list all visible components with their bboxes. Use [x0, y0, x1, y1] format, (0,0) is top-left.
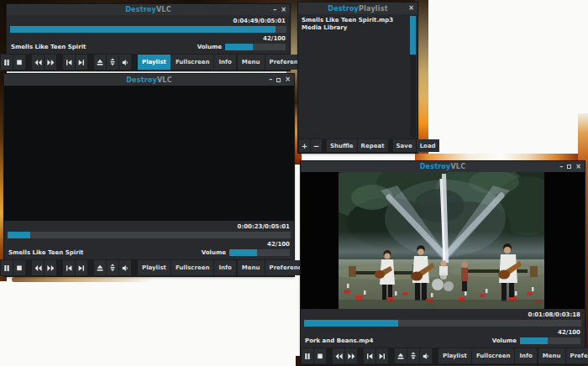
- scrollbar-thumb[interactable]: [410, 16, 416, 55]
- scrub-button[interactable]: [407, 348, 419, 363]
- window-title: DestroyVLC: [420, 163, 465, 170]
- video-area: [301, 172, 585, 309]
- eject-button[interactable]: [94, 55, 106, 70]
- time-display: 0:01:08/0:03:18: [304, 309, 581, 320]
- menu-button[interactable]: Menu: [238, 55, 265, 70]
- add-item-button[interactable]: +: [299, 139, 310, 152]
- stop-button[interactable]: [13, 55, 25, 70]
- rewind-button[interactable]: [32, 260, 44, 275]
- minimize-button[interactable]: –: [559, 164, 563, 170]
- fast-forward-button[interactable]: [45, 55, 56, 70]
- seek-bar[interactable]: [304, 320, 581, 327]
- close-button[interactable]: ×: [575, 164, 581, 170]
- playlist-item[interactable]: Smells Like Teen Spirit.mp3: [302, 17, 406, 24]
- maximize-button[interactable]: [276, 78, 281, 82]
- next-button[interactable]: [376, 348, 388, 363]
- volume-mute-button[interactable]: [119, 55, 131, 70]
- preferences-button[interactable]: Preferences: [566, 348, 588, 363]
- volume-slider[interactable]: [225, 44, 286, 50]
- next-button[interactable]: [76, 55, 87, 70]
- repeat-button[interactable]: Repeat: [358, 139, 388, 152]
- eject-button[interactable]: [94, 260, 106, 275]
- scrub-button[interactable]: [107, 260, 118, 275]
- volume-slider[interactable]: [520, 337, 580, 344]
- scrub-icon: [410, 352, 417, 360]
- volume-label: Volume: [197, 44, 222, 50]
- titlebar[interactable]: DestroyVLC – ×: [4, 74, 294, 86]
- remove-item-button[interactable]: −: [311, 139, 322, 152]
- playlist-button[interactable]: Playlist: [438, 348, 471, 363]
- rewind-icon: [34, 59, 42, 66]
- speaker-icon: [122, 59, 129, 66]
- playlist-button[interactable]: Playlist: [138, 260, 171, 275]
- eject-button[interactable]: [395, 348, 407, 363]
- speaker-icon: [423, 353, 430, 360]
- fast-forward-button[interactable]: [345, 348, 357, 363]
- eject-icon: [97, 59, 103, 66]
- save-button[interactable]: Save: [393, 139, 416, 152]
- titlebar[interactable]: DestroyPlaylist ×: [298, 3, 417, 14]
- stop-button[interactable]: [13, 260, 25, 275]
- seek-bar-fill: [304, 320, 398, 327]
- playlist-button[interactable]: Playlist: [138, 55, 171, 70]
- scrub-icon: [109, 58, 116, 66]
- titlebar[interactable]: DestroyVLC – ×: [301, 161, 585, 172]
- seek-bar[interactable]: [8, 232, 291, 238]
- close-button[interactable]: ×: [408, 5, 414, 12]
- fullscreen-button[interactable]: Fullscreen: [171, 260, 213, 275]
- rewind-button[interactable]: [333, 348, 344, 363]
- previous-button[interactable]: [63, 260, 75, 275]
- volume-mute-button[interactable]: [420, 348, 432, 363]
- menu-button[interactable]: Menu: [238, 260, 265, 275]
- track-title: Smells Like Teen Spirit: [8, 249, 83, 256]
- previous-button[interactable]: [63, 55, 75, 70]
- transport-controls: Playlist Fullscreen Info Menu Preference…: [0, 259, 294, 276]
- fullscreen-button[interactable]: Fullscreen: [171, 55, 213, 70]
- next-icon: [78, 264, 85, 272]
- info-button[interactable]: Info: [214, 55, 235, 70]
- rewind-button[interactable]: [32, 55, 44, 70]
- fast-forward-button[interactable]: [45, 260, 56, 275]
- pause-button[interactable]: [1, 55, 13, 70]
- maximize-button[interactable]: [567, 165, 571, 169]
- seek-bar-fill: [8, 232, 30, 238]
- video-area-empty: [4, 86, 294, 221]
- previous-icon: [366, 353, 373, 360]
- info-button[interactable]: Info: [515, 348, 536, 363]
- menu-button[interactable]: Menu: [538, 348, 565, 363]
- volume-slider[interactable]: [229, 249, 290, 256]
- scrub-button[interactable]: [107, 55, 118, 70]
- eject-icon: [397, 353, 404, 360]
- previous-button[interactable]: [364, 348, 375, 363]
- seek-bar[interactable]: [10, 26, 286, 33]
- pause-button[interactable]: [1, 260, 13, 275]
- playlist-scrollbar[interactable]: [410, 16, 416, 137]
- window-player-1: DestroyVLC – × 0:04:49/0:05:01 42/100 Sm…: [7, 4, 290, 71]
- close-button[interactable]: ×: [281, 7, 286, 13]
- minimize-button[interactable]: –: [273, 7, 276, 13]
- previous-icon: [66, 264, 72, 272]
- volume-value: 42/100: [10, 33, 286, 43]
- titlebar[interactable]: DestroyVLC – ×: [7, 4, 290, 15]
- track-title: Smells Like Teen Spirit: [11, 44, 86, 50]
- playlist-item[interactable]: Media Library: [302, 24, 406, 32]
- volume-slider-fill: [520, 337, 548, 344]
- minimize-button[interactable]: –: [269, 76, 272, 83]
- stop-icon: [16, 59, 23, 66]
- volume-mute-button[interactable]: [119, 260, 131, 275]
- window-title: DestroyVLC: [125, 6, 171, 13]
- info-button[interactable]: Info: [214, 260, 235, 275]
- close-button[interactable]: ×: [285, 76, 291, 83]
- next-button[interactable]: [76, 260, 87, 275]
- volume-label: Volume: [202, 249, 226, 256]
- load-button[interactable]: Load: [417, 139, 439, 152]
- transport-controls: Playlist Fullscreen Info Menu Preference…: [301, 348, 585, 364]
- fullscreen-button[interactable]: Fullscreen: [472, 348, 514, 363]
- pause-icon: [304, 353, 311, 360]
- rewind-icon: [34, 264, 42, 272]
- track-title: Pork and Beans.mp4: [305, 337, 373, 344]
- shuffle-button[interactable]: Shuffle: [327, 139, 357, 152]
- volume-slider-fill: [229, 249, 257, 256]
- pause-button[interactable]: [302, 348, 313, 363]
- stop-button[interactable]: [314, 348, 326, 363]
